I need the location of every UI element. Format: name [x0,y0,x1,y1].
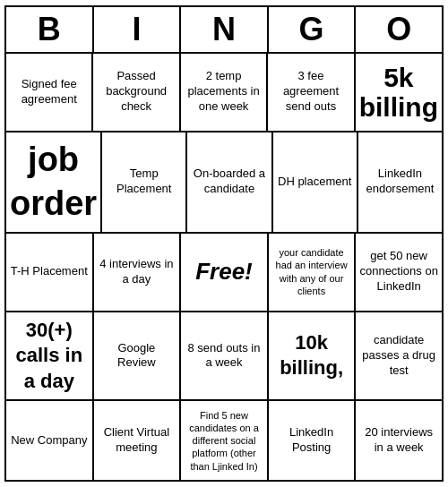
bingo-grid: Signed fee agreementPassed background ch… [6,54,442,481]
bingo-cell-3-3: 10k billing, [269,312,357,402]
bingo-header: BINGO [6,7,442,54]
bingo-cell-2-2: Free! [181,234,269,312]
bingo-cell-3-4: candidate passes a drug test [356,312,442,402]
bingo-row-2: T-H Placement4 interviews in a dayFree!y… [6,234,442,312]
bingo-cell-4-2: Find 5 new candidates on a different soc… [181,401,269,480]
bingo-cell-4-1: Client Virtual meeting [94,401,182,480]
bingo-cell-0-4: 5k billing [356,54,442,132]
bingo-cell-0-3: 3 fee agreement send outs [268,54,355,132]
bingo-cell-0-0: Signed fee agreement [6,54,93,132]
bingo-cell-0-1: Passed background check [93,54,180,132]
bingo-row-3: 30(+) calls in a dayGoogle Review8 send … [6,312,442,402]
bingo-cell-3-2: 8 send outs in a week [181,312,269,402]
header-letter-B: B [6,7,94,54]
bingo-cell-1-0: job order [6,132,102,234]
bingo-cell-4-3: LinkedIn Posting [269,401,357,480]
header-letter-G: G [269,7,357,54]
header-letter-O: O [356,7,442,54]
bingo-cell-1-1: Temp Placement [102,132,187,234]
header-letter-I: I [94,7,182,54]
bingo-cell-2-1: 4 interviews in a day [94,234,182,312]
bingo-board: BINGO Signed fee agreementPassed backgro… [4,5,444,483]
bingo-cell-2-0: T-H Placement [6,234,94,312]
bingo-cell-3-1: Google Review [94,312,182,402]
header-letter-N: N [181,7,269,54]
bingo-cell-1-4: LinkedIn endorsement [358,132,442,234]
bingo-cell-2-3: your candidate had an interview with any… [269,234,357,312]
bingo-row-4: New CompanyClient Virtual meetingFind 5 … [6,401,442,480]
bingo-row-0: Signed fee agreementPassed background ch… [6,54,442,132]
bingo-row-1: job orderTemp PlacementOn-boarded a cand… [6,132,442,234]
bingo-cell-0-2: 2 temp placements in one week [181,54,268,132]
bingo-cell-2-4: get 50 new connections on LinkedIn [356,234,442,312]
bingo-cell-4-4: 20 interviews in a week [356,401,442,480]
bingo-cell-1-2: On-boarded a candidate [187,132,272,234]
bingo-cell-3-0: 30(+) calls in a day [6,312,94,402]
bingo-cell-4-0: New Company [6,401,94,480]
bingo-cell-1-3: DH placement [273,132,358,234]
